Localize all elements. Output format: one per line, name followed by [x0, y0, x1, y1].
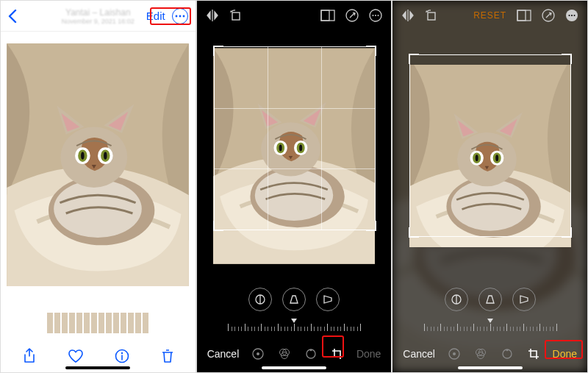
- aspect-button[interactable]: [517, 10, 531, 21]
- horizontal-perspective-tool[interactable]: [316, 288, 340, 311]
- crop-editor-done-panel: RESET Cancel Done: [392, 0, 588, 373]
- back-button[interactable]: [8, 10, 24, 23]
- cancel-button[interactable]: Cancel: [403, 348, 435, 360]
- rotation-slider[interactable]: [392, 318, 587, 335]
- svg-point-30: [310, 349, 312, 352]
- editor-topbar: RESET: [392, 1, 587, 30]
- home-indicator[interactable]: [65, 366, 130, 369]
- crop-area[interactable]: [197, 30, 392, 281]
- straighten-tool[interactable]: [445, 288, 468, 311]
- filters-mode[interactable]: [278, 347, 291, 360]
- svg-point-12: [182, 15, 184, 17]
- editor-more-button[interactable]: [565, 9, 578, 22]
- editor-topbar: [197, 1, 392, 30]
- svg-rect-33: [517, 10, 526, 21]
- mode-switcher: [239, 347, 356, 360]
- crop-handle-br[interactable]: [366, 221, 376, 231]
- vertical-perspective-tool[interactable]: [478, 288, 502, 311]
- crop-area[interactable]: [392, 30, 587, 281]
- svg-point-25: [257, 352, 259, 355]
- crop-handle-tr[interactable]: [366, 46, 376, 56]
- vertical-perspective-tool[interactable]: [282, 288, 306, 311]
- more-button[interactable]: [172, 8, 188, 24]
- done-button-inactive: Done: [356, 348, 381, 360]
- thumbnail-strip[interactable]: [1, 306, 196, 340]
- delete-button[interactable]: [161, 349, 174, 363]
- cancel-button[interactable]: Cancel: [207, 348, 240, 360]
- photos-viewer-panel: Yantai – Laishan November 9, 2021 16:02 …: [0, 0, 196, 373]
- ellipsis-icon: [175, 15, 185, 18]
- edit-button[interactable]: Edit: [144, 8, 168, 24]
- rotate-mode[interactable]: [501, 347, 514, 360]
- straighten-tool[interactable]: [248, 288, 272, 311]
- info-button[interactable]: [115, 349, 129, 363]
- crop-handle-tr[interactable]: [562, 54, 572, 64]
- crop-mode[interactable]: [331, 347, 344, 360]
- main-photo[interactable]: [1, 32, 196, 306]
- svg-point-38: [574, 15, 576, 16]
- home-indicator[interactable]: [262, 366, 326, 369]
- done-button[interactable]: Done: [553, 348, 577, 360]
- svg-point-11: [179, 15, 181, 17]
- horizontal-perspective-tool[interactable]: [512, 288, 536, 311]
- crop-editor-panel: Cancel Done: [196, 0, 392, 373]
- rotate-button[interactable]: [425, 9, 438, 22]
- markup-button[interactable]: [345, 9, 359, 22]
- markup-button[interactable]: [542, 9, 555, 22]
- svg-rect-15: [232, 13, 240, 20]
- filters-mode[interactable]: [474, 347, 487, 360]
- crop-mode[interactable]: [527, 347, 540, 360]
- crop-handle-bl[interactable]: [213, 221, 223, 231]
- svg-rect-17: [321, 10, 329, 21]
- mode-switcher: [435, 347, 553, 360]
- flip-button[interactable]: [206, 9, 219, 22]
- rotate-mode[interactable]: [304, 347, 318, 360]
- crop-handle-tl[interactable]: [213, 46, 223, 56]
- crop-frame[interactable]: [214, 46, 376, 230]
- svg-point-14: [121, 352, 123, 354]
- svg-point-46: [506, 349, 508, 352]
- adjust-mode[interactable]: [448, 347, 461, 360]
- rotation-tools: [197, 281, 392, 318]
- aspect-button[interactable]: [320, 10, 335, 21]
- rotation-slider[interactable]: [197, 318, 392, 335]
- crop-handle-tl[interactable]: [409, 54, 419, 64]
- svg-point-41: [453, 352, 456, 355]
- rotation-tools: [392, 281, 587, 318]
- svg-rect-31: [428, 13, 435, 20]
- svg-point-37: [571, 15, 573, 16]
- adjust-mode[interactable]: [251, 347, 265, 360]
- svg-point-22: [378, 15, 379, 16]
- svg-point-36: [569, 15, 570, 16]
- crop-handle-br[interactable]: [562, 227, 572, 238]
- viewer-topbar: Yantai – Laishan November 9, 2021 16:02 …: [1, 1, 196, 32]
- crop-handle-bl[interactable]: [409, 227, 419, 238]
- favorite-button[interactable]: [68, 349, 84, 363]
- share-button[interactable]: [22, 348, 37, 364]
- svg-point-10: [175, 15, 177, 17]
- crop-frame[interactable]: [409, 54, 571, 237]
- home-indicator[interactable]: [458, 366, 523, 369]
- rotate-button[interactable]: [229, 9, 243, 22]
- svg-rect-16: [321, 10, 334, 21]
- svg-point-21: [375, 15, 376, 16]
- svg-point-20: [373, 15, 374, 16]
- svg-rect-32: [517, 10, 531, 21]
- flip-button[interactable]: [401, 9, 415, 22]
- editor-more-button[interactable]: [369, 9, 382, 22]
